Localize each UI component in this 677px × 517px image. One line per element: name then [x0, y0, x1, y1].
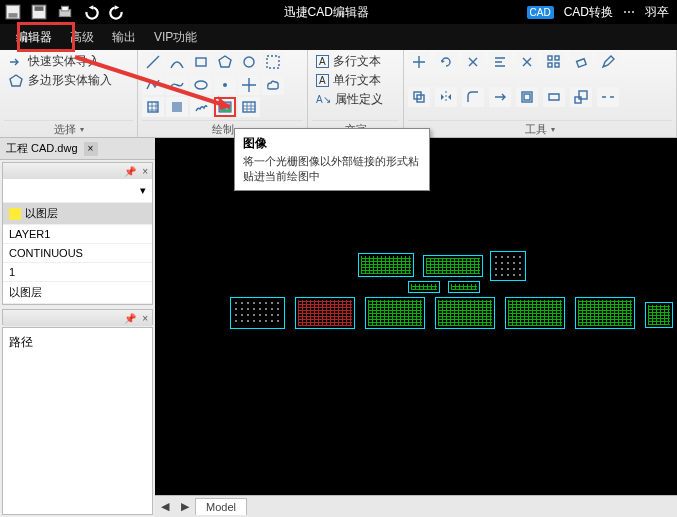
- quick-import-label: 快速实体导入: [28, 53, 100, 70]
- print-icon[interactable]: [56, 3, 74, 21]
- ribbon: 快速实体导入 多边形实体输入 选择▾: [0, 50, 677, 138]
- model-tab[interactable]: Model: [195, 498, 247, 515]
- scale-icon[interactable]: [570, 87, 592, 107]
- construction-icon[interactable]: [238, 75, 260, 95]
- align-icon[interactable]: [489, 52, 511, 72]
- rotate-icon[interactable]: [435, 52, 457, 72]
- drawing-thumb: [490, 251, 526, 281]
- svg-rect-19: [555, 56, 559, 60]
- sketch-icon[interactable]: [190, 97, 212, 117]
- poly-input-button[interactable]: 多边形实体输入: [4, 71, 133, 90]
- layer-row[interactable]: 1: [3, 263, 152, 282]
- tab-output[interactable]: 输出: [112, 29, 136, 46]
- trim-icon[interactable]: [462, 52, 484, 72]
- attr-def-button[interactable]: A↘属性定义: [312, 90, 399, 109]
- panel-close-icon[interactable]: ×: [142, 166, 148, 177]
- layer-row[interactable]: 以图层: [3, 203, 152, 225]
- ellipse-icon[interactable]: [190, 75, 212, 95]
- dropdown-row[interactable]: ▾: [3, 179, 152, 203]
- circle-icon[interactable]: [238, 52, 260, 72]
- layer-row[interactable]: CONTINUOUS: [3, 244, 152, 263]
- tab-editor[interactable]: 编辑器: [16, 29, 52, 46]
- pin-icon[interactable]: 📌: [124, 313, 136, 324]
- svg-rect-22: [577, 59, 587, 67]
- arc-icon[interactable]: [166, 52, 188, 72]
- tab-vip[interactable]: VIP功能: [154, 29, 197, 46]
- svg-point-9: [244, 57, 254, 67]
- table-icon[interactable]: [238, 97, 260, 117]
- path-panel: 路径: [2, 327, 153, 515]
- image-icon[interactable]: [214, 97, 236, 117]
- revision-cloud-icon[interactable]: [262, 75, 284, 95]
- svg-rect-17: [243, 102, 255, 112]
- drawing-thumb: [423, 255, 483, 277]
- pin-icon[interactable]: 📌: [124, 166, 136, 177]
- svg-rect-13: [148, 102, 158, 112]
- polyline-icon[interactable]: [142, 75, 164, 95]
- drawing-thumb: [408, 281, 440, 293]
- mtext-button[interactable]: A多行文本: [312, 52, 399, 71]
- svg-point-12: [223, 83, 227, 87]
- move-icon[interactable]: [408, 52, 430, 72]
- svg-rect-20: [548, 63, 552, 67]
- file-tab[interactable]: 工程 CAD.dwg ×: [0, 138, 155, 160]
- array-icon[interactable]: [543, 52, 565, 72]
- copy-icon[interactable]: [408, 87, 430, 107]
- svg-rect-1: [9, 13, 18, 18]
- workspace: 工程 CAD.dwg × 📌× ▾ 以图层LAYER1CONTINUOUS1以图…: [0, 138, 677, 517]
- close-file-icon[interactable]: ×: [84, 142, 98, 156]
- help-icon[interactable]: ⋯: [623, 5, 635, 19]
- next-tab-icon[interactable]: ▶: [175, 500, 195, 513]
- svg-rect-14: [172, 102, 182, 112]
- rect-icon[interactable]: [190, 52, 212, 72]
- layer-row[interactable]: LAYER1: [3, 225, 152, 244]
- svg-marker-6: [10, 75, 22, 86]
- svg-marker-8: [219, 56, 231, 67]
- group-draw-label: 绘制: [212, 122, 234, 137]
- drawing-thumb: [448, 281, 480, 293]
- hatch-icon[interactable]: [142, 97, 164, 117]
- save-as-icon[interactable]: [30, 3, 48, 21]
- erase-icon[interactable]: [570, 52, 592, 72]
- svg-rect-7: [196, 58, 206, 66]
- layer-row[interactable]: 以图层: [3, 282, 152, 304]
- polygon-icon[interactable]: [214, 52, 236, 72]
- offset-icon[interactable]: [516, 87, 538, 107]
- tab-advanced[interactable]: 高级: [70, 29, 94, 46]
- rect-select-icon[interactable]: [262, 52, 284, 72]
- line-icon[interactable]: [142, 52, 164, 72]
- tooltip-body: 将一个光栅图像以外部链接的形式粘贴进当前绘图中: [243, 154, 421, 184]
- drawing-thumb: [645, 302, 673, 328]
- edit-icon[interactable]: [597, 52, 619, 72]
- redo-icon[interactable]: [108, 3, 126, 21]
- drawing-canvas[interactable]: [155, 138, 677, 517]
- text-button[interactable]: A单行文本: [312, 71, 399, 90]
- extend-icon[interactable]: [489, 87, 511, 107]
- point-icon[interactable]: [214, 75, 236, 95]
- gradient-icon[interactable]: [166, 97, 188, 117]
- cad-convert-link[interactable]: CAD转换: [564, 4, 613, 21]
- left-column: 工程 CAD.dwg × 📌× ▾ 以图层LAYER1CONTINUOUS1以图…: [0, 138, 155, 517]
- group-select-label: 选择: [54, 122, 76, 137]
- break-icon[interactable]: [597, 87, 619, 107]
- user-name[interactable]: 羽卒: [645, 4, 669, 21]
- drawing-thumb: [230, 297, 285, 329]
- save-icon[interactable]: [4, 3, 22, 21]
- layer-label: CONTINUOUS: [9, 247, 83, 259]
- stretch-icon[interactable]: [543, 87, 565, 107]
- layer-label: 以图层: [25, 206, 58, 221]
- svg-rect-18: [548, 56, 552, 60]
- panel-close-icon[interactable]: ×: [142, 313, 148, 324]
- svg-rect-10: [267, 56, 279, 68]
- explode-icon[interactable]: [516, 52, 538, 72]
- fillet-icon[interactable]: [462, 87, 484, 107]
- prev-tab-icon[interactable]: ◀: [155, 500, 175, 513]
- spline-icon[interactable]: [166, 75, 188, 95]
- quick-import-button[interactable]: 快速实体导入: [4, 52, 133, 71]
- mid-panel-hdr: 📌×: [2, 309, 153, 325]
- layers-panel: 📌× ▾ 以图层LAYER1CONTINUOUS1以图层: [2, 162, 153, 305]
- mirror-icon[interactable]: [435, 87, 457, 107]
- layer-label: 以图层: [9, 285, 42, 300]
- svg-rect-26: [524, 94, 530, 100]
- undo-icon[interactable]: [82, 3, 100, 21]
